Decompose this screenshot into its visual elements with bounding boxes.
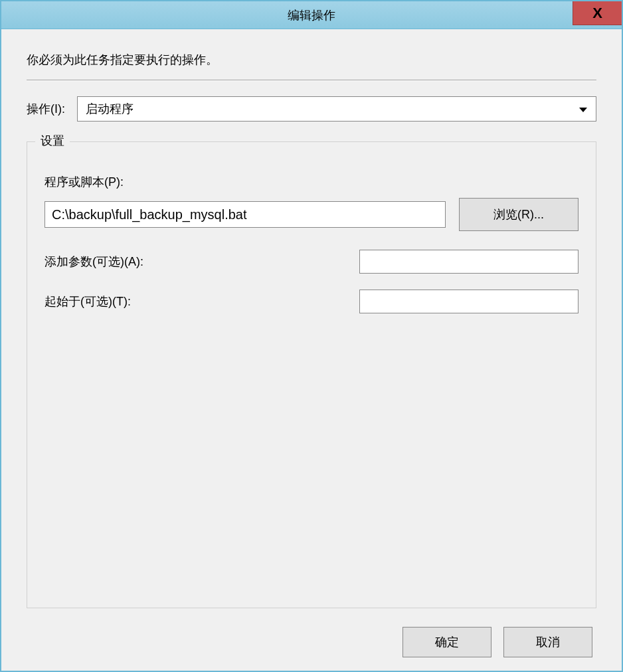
arguments-input[interactable] bbox=[359, 250, 578, 274]
close-icon: X bbox=[592, 5, 602, 22]
program-input[interactable] bbox=[44, 201, 446, 228]
browse-button[interactable]: 浏览(R)... bbox=[459, 198, 578, 231]
cancel-button[interactable]: 取消 bbox=[503, 627, 592, 657]
program-label: 程序或脚本(P): bbox=[44, 174, 578, 190]
titlebar: 编辑操作 X bbox=[1, 1, 622, 29]
start-in-input[interactable] bbox=[359, 290, 578, 313]
settings-legend: 设置 bbox=[35, 133, 70, 149]
action-dropdown[interactable]: 启动程序 bbox=[77, 96, 596, 122]
ok-button[interactable]: 确定 bbox=[402, 627, 491, 657]
footer: 确定 取消 bbox=[27, 627, 596, 657]
arguments-label: 添加参数(可选)(A): bbox=[44, 254, 359, 270]
program-row: 浏览(R)... bbox=[44, 198, 578, 231]
content-area: 你必须为此任务指定要执行的操作。 操作(I): 启动程序 设置 程序或脚本(P)… bbox=[1, 29, 622, 671]
start-in-label: 起始于(可选)(T): bbox=[44, 294, 359, 309]
action-row: 操作(I): 启动程序 bbox=[27, 96, 596, 122]
action-label: 操作(I): bbox=[27, 101, 65, 117]
settings-fieldset: 设置 程序或脚本(P): 浏览(R)... 添加参数(可选)(A): 起始于(可… bbox=[27, 141, 596, 608]
window-title: 编辑操作 bbox=[288, 7, 335, 23]
action-dropdown-value: 启动程序 bbox=[86, 101, 134, 117]
close-button[interactable]: X bbox=[573, 1, 622, 25]
instruction-text: 你必须为此任务指定要执行的操作。 bbox=[27, 52, 596, 80]
start-in-row: 起始于(可选)(T): bbox=[44, 290, 578, 313]
arguments-row: 添加参数(可选)(A): bbox=[44, 250, 578, 274]
action-dropdown-wrapper: 启动程序 bbox=[77, 96, 596, 122]
edit-action-dialog: 编辑操作 X 你必须为此任务指定要执行的操作。 操作(I): 启动程序 设置 程… bbox=[0, 0, 623, 672]
program-group: 程序或脚本(P): 浏览(R)... bbox=[44, 174, 578, 231]
